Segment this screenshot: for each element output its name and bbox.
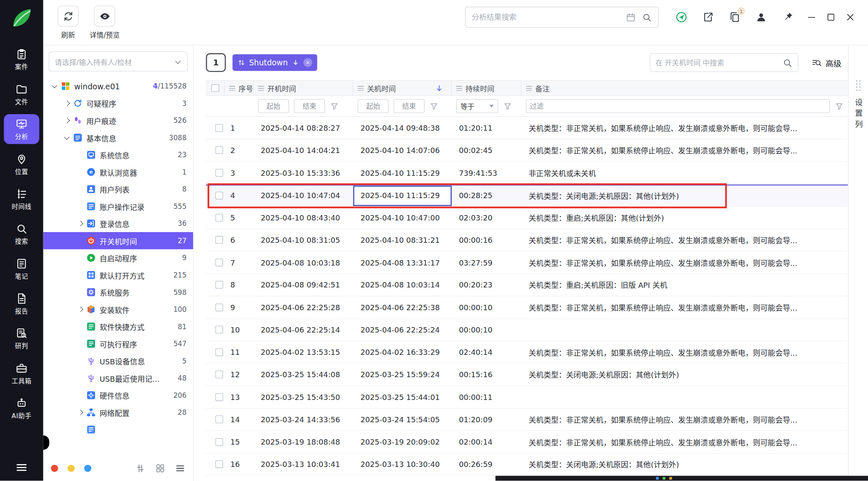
row-checkbox[interactable] <box>215 304 223 311</box>
cell-duration[interactable]: 02:00:14 <box>452 431 522 453</box>
row-checkbox[interactable] <box>215 460 223 468</box>
user-icon[interactable] <box>755 11 767 23</box>
row-checkbox[interactable] <box>215 371 223 378</box>
minimize-button[interactable] <box>806 12 817 23</box>
cell-duration[interactable]: 00:00:10 <box>452 319 522 341</box>
filter-icon[interactable] <box>330 102 339 110</box>
tree-item[interactable]: 开关机时间 27 <box>43 232 193 249</box>
tree-item[interactable]: 用户痕迹 526 <box>43 112 193 129</box>
tree-item[interactable]: 软件快捷方式 81 <box>43 318 193 335</box>
cell-shutdown-time[interactable]: 2025-04-10 08:31:21 <box>353 229 451 251</box>
row-checkbox[interactable] <box>215 281 223 289</box>
cell-duration[interactable]: 00:15:16 <box>452 364 522 385</box>
search-icon[interactable] <box>782 57 792 68</box>
boot-start-filter[interactable] <box>258 99 289 113</box>
chevron-icon[interactable] <box>76 186 83 193</box>
select-all-checkbox[interactable] <box>211 84 219 92</box>
sidebar-item[interactable]: 时间线 <box>4 184 39 214</box>
chevron-icon[interactable] <box>76 220 83 227</box>
cell-note[interactable]: 关机类型：非正常关机，如果系统停止响应、发生崩溃或意外断电，则可能会导... <box>522 341 848 363</box>
row-checkbox[interactable] <box>215 438 223 446</box>
sort-desc-icon[interactable] <box>435 84 444 92</box>
chevron-icon[interactable] <box>76 237 83 244</box>
cell-no[interactable]: 13 <box>225 386 254 408</box>
table-row[interactable]: 14 2025-03-24 14:33:56 2025-03-24 15:54:… <box>206 409 848 431</box>
cell-note[interactable] <box>522 386 848 408</box>
chevron-icon[interactable] <box>76 357 83 364</box>
tree-item[interactable]: e 默认浏览器 1 <box>43 163 193 181</box>
maximize-button[interactable] <box>825 12 837 23</box>
col-header-boot-time[interactable]: 开机时间 <box>253 81 353 96</box>
cell-duration[interactable]: 01:20:11 <box>452 117 522 139</box>
app-logo-icon[interactable] <box>10 7 33 30</box>
chevron-icon[interactable] <box>76 426 83 433</box>
cell-boot-time[interactable]: 2025-04-06 22:25:14 <box>253 319 353 341</box>
tree-item[interactable]: 账户操作记录 555 <box>43 198 193 215</box>
cell-no[interactable]: 16 <box>225 453 254 475</box>
cell-no[interactable]: 1 <box>225 117 254 139</box>
sidebar-item[interactable]: 案件 <box>4 44 39 74</box>
sidebar-item[interactable]: 文件 <box>4 79 39 109</box>
table-row[interactable]: 15 2025-03-19 18:08:48 2025-03-19 20:09:… <box>206 431 848 453</box>
grid-view-icon[interactable] <box>155 463 165 473</box>
cell-duration[interactable]: 02:03:20 <box>452 207 522 229</box>
cell-duration[interactable]: 02:40:14 <box>452 341 522 363</box>
cell-duration[interactable]: 00:00:11 <box>452 386 522 408</box>
tree-item[interactable]: 可疑程序 3 <box>43 95 193 112</box>
chevron-icon[interactable] <box>76 409 83 416</box>
cell-duration[interactable]: 00:28:25 <box>452 185 522 206</box>
table-row[interactable]: 6 2025-04-10 08:31:05 2025-04-10 08:31:2… <box>206 229 848 251</box>
cell-duration[interactable]: 00:02:45 <box>452 139 522 161</box>
tree-item[interactable]: 基本信息 3088 <box>43 129 193 146</box>
table-row[interactable]: 2 2025-04-10 14:04:21 2025-04-10 14:07:0… <box>206 139 848 162</box>
table-search[interactable] <box>650 53 798 72</box>
table-row[interactable]: 16 2025-03-13 10:03:41 2025-03-13 10:30:… <box>206 453 848 476</box>
cell-boot-time[interactable]: 2025-04-10 08:43:40 <box>253 207 353 229</box>
col-header-no[interactable]: 序号 <box>225 81 254 96</box>
cell-no[interactable]: 4 <box>225 185 254 206</box>
cell-duration[interactable]: 00:00:16 <box>452 229 522 251</box>
table-row[interactable]: 11 2025-04-02 13:53:15 2025-04-02 16:33:… <box>206 341 848 364</box>
cell-no[interactable]: 5 <box>225 207 254 229</box>
tree-item[interactable]: 默认打开方式 215 <box>43 266 193 284</box>
filter-levels-icon[interactable] <box>135 463 145 473</box>
sidebar-item[interactable]: 位置 <box>4 149 39 179</box>
row-checkbox[interactable] <box>215 348 223 356</box>
cell-shutdown-time[interactable]: 2025-04-10 14:07:06 <box>353 139 451 161</box>
sidebar-item[interactable]: 研判 <box>4 323 39 353</box>
note-filter-input[interactable] <box>526 99 830 113</box>
chevron-icon[interactable] <box>76 306 83 313</box>
cell-boot-time[interactable]: 2025-03-24 14:33:56 <box>253 409 353 431</box>
cell-shutdown-time[interactable]: 2025-03-25 15:59:24 <box>353 364 451 385</box>
yellow-dot-filter[interactable] <box>67 464 74 471</box>
cell-boot-time[interactable]: 2025-04-08 09:42:51 <box>253 274 353 296</box>
table-row[interactable]: 13 2025-03-25 15:43:50 2025-03-25 15:44:… <box>206 386 848 408</box>
row-checkbox[interactable] <box>215 393 223 401</box>
cell-note[interactable]: 关机类型：非正常关机，如果系统停止响应、发生崩溃或意外断电，则可能会导... <box>522 251 848 273</box>
tree-item[interactable]: 登录信息 36 <box>43 215 193 232</box>
cell-boot-time[interactable]: 2025-04-10 08:31:05 <box>253 229 353 251</box>
boot-end-filter[interactable] <box>294 99 325 113</box>
tree-item[interactable] <box>43 421 193 438</box>
tree-item[interactable]: USB最近使用记... 48 <box>43 369 193 387</box>
cell-note[interactable]: 关机类型：关闭电源;关机原因：其他(计划外) <box>522 364 848 385</box>
row-checkbox[interactable] <box>215 146 223 154</box>
tree-item[interactable]: 安装软件 100 <box>43 301 193 318</box>
sidebar-item[interactable]: 笔记 <box>4 254 39 283</box>
global-search-input[interactable] <box>472 13 620 21</box>
row-checkbox[interactable] <box>215 258 223 266</box>
tree-item[interactable]: 用户列表 8 <box>43 181 193 198</box>
chevron-icon[interactable] <box>76 271 83 278</box>
cell-boot-time[interactable]: 2025-03-25 15:43:50 <box>253 386 353 408</box>
chevron-icon[interactable] <box>76 151 83 158</box>
preview-button[interactable]: 详情/预览 <box>90 5 120 40</box>
search-icon[interactable] <box>641 12 652 22</box>
task-list-button[interactable]: 1 <box>729 11 741 23</box>
chevron-icon[interactable] <box>63 117 70 124</box>
chevron-icon[interactable] <box>76 340 83 347</box>
cell-note[interactable]: 关机类型：重启;关机原因：旧版 API 关机 <box>522 274 848 296</box>
table-row[interactable]: 7 2025-04-08 10:03:18 2025-04-08 13:31:1… <box>206 251 848 274</box>
table-row[interactable]: 12 2025-03-25 15:44:08 2025-03-25 15:59:… <box>206 364 848 386</box>
cell-no[interactable]: 11 <box>225 341 254 363</box>
cell-note[interactable]: 非正常关机或未关机 <box>522 162 848 184</box>
